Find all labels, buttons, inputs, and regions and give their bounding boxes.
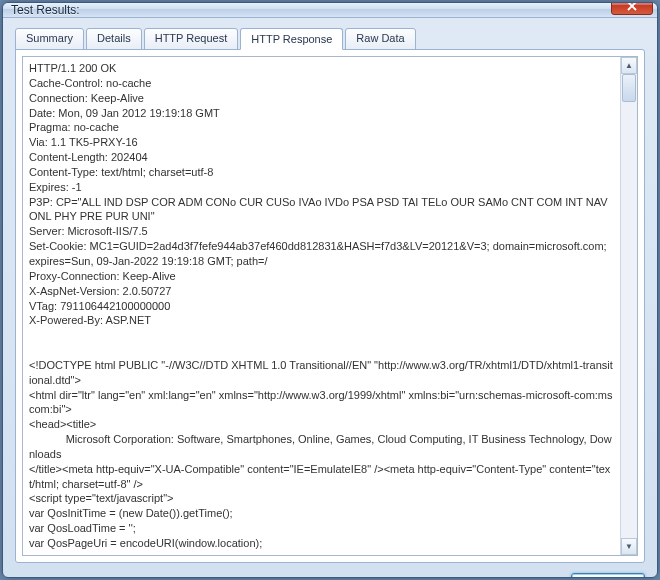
tab-http-response[interactable]: HTTP Response: [240, 28, 343, 50]
scroll-thumb[interactable]: [622, 74, 636, 102]
tab-details[interactable]: Details: [86, 28, 142, 50]
vertical-scrollbar[interactable]: ▲ ▼: [620, 57, 637, 555]
close-button[interactable]: Close: [571, 573, 645, 578]
window-title: Test Results:: [11, 3, 611, 17]
tab-strip: Summary Details HTTP Request HTTP Respon…: [15, 28, 645, 50]
tab-panel: HTTP/1.1 200 OK Cache-Control: no-cache …: [15, 49, 645, 563]
tab-http-request[interactable]: HTTP Request: [144, 28, 239, 50]
close-icon: [627, 2, 637, 11]
dialog-content: Summary Details HTTP Request HTTP Respon…: [3, 18, 657, 578]
response-textbox[interactable]: HTTP/1.1 200 OK Cache-Control: no-cache …: [23, 57, 620, 555]
response-textbox-container: HTTP/1.1 200 OK Cache-Control: no-cache …: [22, 56, 638, 556]
tab-raw-data[interactable]: Raw Data: [345, 28, 415, 50]
tab-summary[interactable]: Summary: [15, 28, 84, 50]
window-close-button[interactable]: [611, 2, 653, 15]
scroll-down-button[interactable]: ▼: [621, 538, 637, 555]
dialog-button-row: Close: [15, 563, 645, 578]
scroll-track[interactable]: [621, 74, 637, 538]
dialog-window: Test Results: Summary Details HTTP Reque…: [2, 2, 658, 578]
titlebar[interactable]: Test Results:: [3, 3, 657, 18]
scroll-up-button[interactable]: ▲: [621, 57, 637, 74]
